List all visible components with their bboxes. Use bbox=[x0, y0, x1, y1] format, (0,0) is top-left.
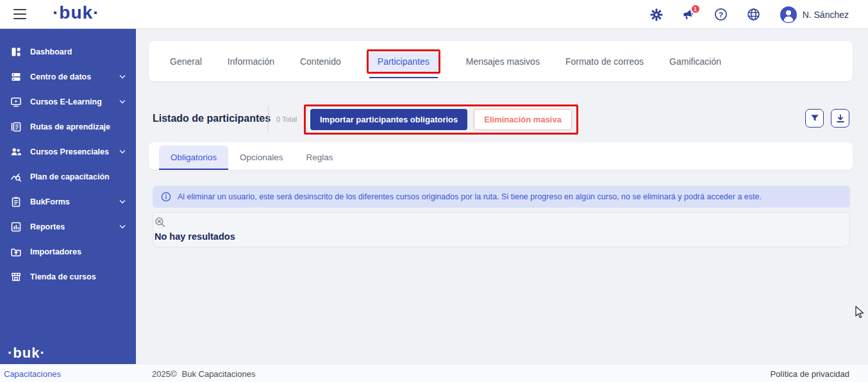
mass-delete-button[interactable]: Eliminación masiva bbox=[474, 109, 572, 130]
annotation-box-participantes-tab: Participantes bbox=[367, 49, 440, 74]
gear-icon[interactable] bbox=[650, 8, 663, 21]
data-center-icon bbox=[10, 71, 22, 83]
info-icon bbox=[161, 192, 171, 202]
hamburger-menu-icon[interactable] bbox=[13, 9, 26, 19]
active-tab-underline bbox=[369, 77, 438, 78]
sidebar-item-centro-de-datos[interactable]: Centro de datos bbox=[0, 64, 136, 89]
importers-icon bbox=[10, 246, 22, 258]
sidebar-item-label: Tienda de cursos bbox=[30, 272, 96, 281]
sidebar-item-tienda-de-cursos[interactable]: Tienda de cursos bbox=[0, 264, 136, 289]
sidebar-item-label: BukForms bbox=[30, 197, 70, 206]
sidebar-item-label: Importadores bbox=[30, 247, 81, 256]
notification-badge: 1 bbox=[690, 4, 701, 14]
buk-logo: ·buk· bbox=[53, 3, 99, 23]
dashboard-icon bbox=[10, 46, 22, 58]
page-title: Listado de participantes bbox=[153, 113, 271, 124]
footer-year: 2025© bbox=[152, 369, 177, 379]
sidebar-item-dashboard[interactable]: Dashboard bbox=[0, 39, 136, 64]
filter-icon bbox=[810, 114, 819, 123]
user-name: N. Sánchez bbox=[803, 10, 849, 20]
globe-icon[interactable] bbox=[747, 8, 760, 21]
help-icon[interactable]: ? bbox=[714, 8, 728, 21]
learning-path-icon bbox=[10, 121, 22, 133]
sidebar-item-label: Plan de capacitación bbox=[30, 172, 110, 181]
people-icon bbox=[10, 146, 22, 158]
topbar: ·buk· bbox=[0, 0, 868, 29]
course-store-icon bbox=[10, 271, 22, 283]
sidebar-item-label: Reportes bbox=[30, 222, 65, 231]
sidebar-item-label: Centro de datos bbox=[30, 72, 91, 81]
sidebar-item-rutas-de-aprendizaje[interactable]: Rutas de aprendizaje bbox=[0, 114, 136, 139]
tab-mensajes-masivos[interactable]: Mensajes masivos bbox=[466, 56, 540, 67]
sidebar-item-plan-de-capacitacion[interactable]: Plan de capacitación bbox=[0, 164, 136, 189]
chevron-down-icon bbox=[119, 149, 126, 154]
tab-informacion[interactable]: Información bbox=[228, 56, 274, 67]
tab-formato-de-correos[interactable]: Formato de correos bbox=[565, 56, 644, 67]
tab-contenido[interactable]: Contenido bbox=[300, 56, 341, 67]
reports-icon bbox=[10, 221, 22, 233]
participant-subtabs-card: Obligatorios Opcionales Reglas bbox=[149, 142, 853, 170]
import-participants-button[interactable]: Importar participantes obligatorios bbox=[310, 109, 467, 130]
subtab-opcionales[interactable]: Opcionales bbox=[228, 145, 295, 170]
chevron-down-icon bbox=[119, 199, 126, 204]
info-banner: Al eliminar un usuario, este será desins… bbox=[153, 186, 850, 208]
tab-general[interactable]: General bbox=[170, 56, 202, 67]
download-button[interactable] bbox=[831, 109, 849, 128]
footer-company: Buk Capacitaciones bbox=[182, 369, 256, 379]
footer: Capacitaciones 2025© Buk Capacitaciones … bbox=[0, 364, 868, 382]
sidebar-item-label: Cursos Presenciales bbox=[30, 147, 109, 156]
megaphone-notifications-icon[interactable]: 1 bbox=[682, 9, 695, 21]
empty-results-panel: No hay resultados bbox=[153, 212, 850, 247]
sidebar-item-label: Cursos E-Learning bbox=[30, 97, 102, 106]
forms-icon bbox=[10, 196, 22, 208]
chevron-down-icon bbox=[119, 74, 126, 79]
chevron-down-icon bbox=[119, 224, 126, 229]
route-tabs-card: General Información Contenido Participan… bbox=[149, 41, 853, 81]
sidebar-item-cursos-presenciales[interactable]: Cursos Presenciales bbox=[0, 139, 136, 164]
annotation-box-actions: Importar participantes obligatorios Elim… bbox=[304, 104, 578, 135]
divider bbox=[268, 106, 269, 132]
svg-text:?: ? bbox=[719, 11, 723, 19]
sidebar-buk-logo: ·buk· bbox=[8, 345, 46, 361]
elearning-icon bbox=[10, 96, 22, 108]
chevron-down-icon bbox=[119, 99, 126, 104]
sidebar-item-cursos-elearning[interactable]: Cursos E-Learning bbox=[0, 89, 136, 114]
sidebar-item-reportes[interactable]: Reportes bbox=[0, 214, 136, 239]
sidebar-item-bukforms[interactable]: BukForms bbox=[0, 189, 136, 214]
subtab-reglas[interactable]: Reglas bbox=[295, 145, 345, 170]
subtab-obligatorios[interactable]: Obligatorios bbox=[159, 145, 228, 170]
footer-capacitaciones-link[interactable]: Capacitaciones bbox=[4, 369, 61, 379]
download-icon bbox=[836, 114, 845, 123]
sidebar: Dashboard Centro de datos bbox=[0, 29, 136, 364]
info-banner-text: Al eliminar un usuario, este será desins… bbox=[178, 192, 762, 201]
tab-gamificacion[interactable]: Gamificación bbox=[669, 56, 721, 67]
footer-copyright: 2025© Buk Capacitaciones bbox=[152, 369, 255, 379]
sidebar-item-label: Rutas de aprendizaje bbox=[30, 122, 110, 131]
avatar-icon bbox=[780, 6, 797, 24]
user-menu[interactable]: N. Sánchez bbox=[780, 6, 849, 24]
search-no-results-icon bbox=[154, 217, 165, 228]
app-window: ·buk· bbox=[0, 0, 868, 382]
topbar-actions: 1 ? bbox=[650, 0, 849, 29]
filter-button[interactable] bbox=[805, 109, 824, 128]
sidebar-item-importadores[interactable]: Importadores bbox=[0, 239, 136, 264]
privacy-policy-link[interactable]: Política de privacidad bbox=[770, 369, 849, 379]
sidebar-item-label: Dashboard bbox=[30, 47, 72, 56]
tab-participantes[interactable]: Participantes bbox=[369, 51, 438, 72]
empty-state-text: No hay resultados bbox=[154, 231, 849, 242]
training-plan-icon bbox=[10, 171, 22, 183]
total-count-badge: 0 Total bbox=[276, 115, 297, 123]
